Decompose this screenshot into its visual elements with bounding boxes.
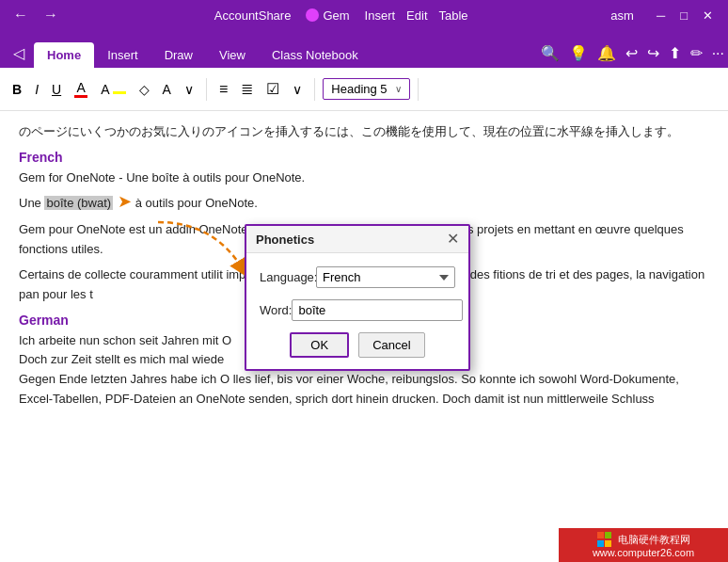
content-area: のページにいくつかのお気に入りのアイコンを挿入するには、この機能を使用して、現在…	[0, 111, 728, 562]
gem-icon	[306, 8, 319, 22]
title-bar: ← → AccountShare Gem Insert Edit Table a…	[0, 0, 728, 30]
back-button[interactable]: ←	[8, 5, 34, 25]
style-dropdown[interactable]: Heading 5 ∨	[323, 78, 409, 100]
forward-button[interactable]: →	[38, 5, 64, 25]
font-color-button[interactable]: A	[70, 77, 92, 101]
dialog-overlay: Phonetics ✕ Language: French German Japa…	[0, 111, 728, 562]
redo-icon[interactable]: ↪	[647, 44, 659, 62]
title-menu: Insert Edit Table	[365, 8, 468, 23]
underline-button[interactable]: U	[47, 79, 66, 100]
dialog-close-button[interactable]: ✕	[447, 232, 459, 247]
dialog-titlebar: Phonetics ✕	[246, 226, 468, 253]
lightbulb-icon[interactable]: 💡	[569, 44, 588, 62]
style-chevron-icon: ∨	[395, 84, 402, 94]
ribbon-tabs: ◁ Home Insert Draw View Class Notebook 🔍…	[0, 30, 728, 68]
dialog-title: Phonetics	[256, 233, 314, 247]
separator3	[418, 78, 419, 101]
language-label: Language:	[260, 270, 316, 284]
highlight-button[interactable]: A	[96, 79, 130, 100]
eraser-button[interactable]: ◇	[135, 79, 154, 100]
close-button[interactable]: ✕	[695, 7, 720, 24]
phonetics-dialog: Phonetics ✕ Language: French German Japa…	[245, 224, 470, 371]
bullet-list-button[interactable]: ≡	[214, 78, 232, 101]
asm-label: asm	[610, 8, 634, 23]
word-label: Word:	[260, 303, 292, 317]
tab-home[interactable]: Home	[34, 42, 94, 68]
font-color-icon: A	[76, 80, 85, 95]
draw-icon[interactable]: ✏	[690, 44, 703, 62]
word-input[interactable]	[292, 299, 463, 321]
checkbox-button[interactable]: ☑	[261, 77, 284, 101]
search-icon[interactable]: 🔍	[541, 44, 560, 62]
share-icon[interactable]: ⬆	[669, 44, 681, 62]
tab-insert[interactable]: Insert	[94, 42, 151, 68]
language-row: Language: French German Japanese Chinese…	[260, 266, 455, 288]
maximize-button[interactable]: □	[673, 7, 695, 24]
gem-section: Gem	[306, 8, 349, 23]
undo-icon[interactable]: ↩	[625, 44, 638, 62]
menu-edit[interactable]: Edit	[406, 8, 427, 23]
separator2	[314, 78, 315, 101]
format-button[interactable]: A	[158, 79, 176, 100]
separator1	[206, 78, 207, 101]
language-select[interactable]: French German Japanese Chinese English	[316, 266, 455, 288]
minimize-button[interactable]: ─	[649, 7, 673, 24]
more-icon[interactable]: ···	[712, 45, 724, 62]
italic-button[interactable]: I	[30, 79, 43, 100]
style-label: Heading 5	[331, 82, 387, 96]
tab-draw[interactable]: Draw	[151, 42, 206, 68]
cancel-button[interactable]: Cancel	[358, 332, 424, 358]
bell-icon[interactable]: 🔔	[597, 44, 616, 62]
numbered-list-button[interactable]: ≣	[236, 77, 258, 101]
menu-table[interactable]: Table	[439, 8, 468, 23]
word-row: Word:	[260, 299, 455, 321]
ok-button[interactable]: OK	[290, 332, 349, 358]
bold-button[interactable]: B	[8, 79, 26, 100]
title-bar-center: AccountShare Gem Insert Edit Table	[71, 8, 610, 23]
dialog-buttons: OK Cancel	[260, 332, 455, 358]
app-title: AccountShare	[214, 8, 292, 23]
toolbar: B I U A A ◇ A ∨ ≡ ≣ ☑ ∨ Heading 5 ∨	[0, 68, 728, 111]
highlight-icon: A	[101, 82, 109, 97]
tab-back[interactable]: ◁	[4, 39, 34, 68]
gem-label: Gem	[323, 8, 349, 23]
ribbon-icons: 🔍 💡 🔔 ↩ ↪ ⬆ ✏ ···	[541, 44, 724, 68]
tab-view[interactable]: View	[206, 42, 259, 68]
nav-buttons: ← →	[8, 5, 64, 25]
menu-insert[interactable]: Insert	[365, 8, 396, 23]
tab-class-notebook[interactable]: Class Notebook	[259, 42, 372, 68]
list-more-button[interactable]: ∨	[288, 79, 307, 100]
format-more-button[interactable]: ∨	[180, 79, 198, 100]
dialog-body: Language: French German Japanese Chinese…	[246, 253, 468, 369]
